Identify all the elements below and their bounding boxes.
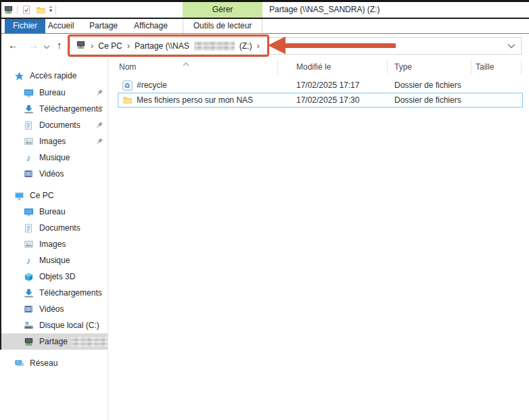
sidebar-item-partage-selected[interactable]: Partage (0, 333, 108, 350)
film-icon (23, 304, 34, 314)
pin-icon (96, 89, 104, 97)
sidebar-item-images[interactable]: Images (0, 133, 108, 149)
music-note-icon: ♪ (23, 255, 34, 266)
sidebar-section-ce-pc[interactable]: Ce PC (0, 187, 108, 204)
network-icon (14, 358, 24, 369)
properties-check-icon[interactable] (21, 5, 32, 16)
sidebar-item-videos[interactable]: Vidéos (0, 166, 108, 182)
download-icon (23, 103, 34, 114)
file-name[interactable]: Mes fichiers perso sur mon NAS (137, 93, 253, 108)
file-row-mes-fichiers[interactable]: Mes fichiers perso sur mon NAS 17/02/202… (108, 93, 529, 108)
title-bar: ▾ Gérer Partage (\\NAS_SANDRA) (Z:) (0, 2, 529, 18)
sidebar-item-pc-images[interactable]: Images (0, 236, 108, 252)
sidebar-item-musique[interactable]: ♪ Musique (0, 149, 108, 166)
hard-drive-icon (23, 320, 34, 331)
main-area: Accès rapide Bureau Téléchargements (0, 58, 529, 420)
up-icon[interactable]: ↑ (57, 34, 62, 58)
sidebar-item-objets-3d[interactable]: Objets 3D (0, 269, 108, 285)
sidebar-item-telechargements[interactable]: Téléchargements (0, 101, 108, 117)
quick-access-toolbar: ▾ (3, 2, 56, 18)
desktop-icon (23, 87, 34, 98)
ribbon-tab-row: Fichier Accueil Partage Affichage Outils… (0, 18, 529, 34)
column-header-taille[interactable]: Taille (476, 62, 494, 72)
column-resize-handle[interactable] (387, 60, 388, 74)
toolbar-dropdown-icon[interactable]: ▾ (49, 7, 52, 13)
picture-icon (23, 239, 34, 250)
file-row-recycle[interactable]: ♻ #recycle 17/02/2025 17:17 Dossier de f… (108, 78, 529, 93)
column-resize-handle[interactable] (277, 60, 278, 74)
toolbar-separator (55, 5, 56, 14)
column-header-type[interactable]: Type (394, 62, 412, 72)
new-folder-icon[interactable] (35, 5, 46, 16)
tab-outils-de-lecteur[interactable]: Outils de lecteur (183, 19, 262, 33)
sidebar-item-pc-bureau[interactable]: Bureau (0, 204, 108, 220)
computer-icon (14, 190, 24, 201)
window-title: Partage (\\NAS_SANDRA) (Z:) (269, 2, 380, 18)
picture-icon (23, 136, 34, 147)
document-icon (23, 120, 34, 131)
recent-locations-chevron-icon[interactable] (43, 43, 50, 49)
highlight-box-annotation (68, 34, 269, 57)
sidebar-item-disque-local-c[interactable]: Disque local (C:) (0, 317, 108, 333)
file-list: Nom Modifié le Type Taille ♻ #recycle 17… (108, 58, 529, 420)
tab-fichier[interactable]: Fichier (5, 19, 45, 33)
sidebar-item-bureau[interactable]: Bureau (0, 85, 108, 101)
file-type: Dossier de fichiers (394, 93, 461, 108)
pin-icon (96, 105, 104, 113)
column-header-modifie-le[interactable]: Modifié le (296, 62, 331, 72)
recycle-folder-icon: ♻ (122, 80, 133, 91)
tab-accueil[interactable]: Accueil (45, 19, 77, 33)
download-icon (23, 287, 34, 298)
desktop-icon (23, 206, 34, 217)
censored-share-name (71, 337, 108, 347)
document-icon (23, 223, 34, 233)
arrow-annotation-head (268, 37, 285, 54)
network-drive-icon (3, 5, 14, 16)
star-icon (14, 70, 24, 81)
cube-icon (23, 271, 34, 282)
column-resize-handle[interactable] (521, 60, 522, 74)
tab-affichage[interactable]: Affichage (129, 19, 173, 33)
sort-ascending-icon (183, 59, 189, 68)
explorer-window: ▾ Gérer Partage (\\NAS_SANDRA) (Z:) Fich… (0, 0, 529, 420)
film-icon (23, 168, 34, 179)
file-type: Dossier de fichiers (394, 78, 461, 93)
sidebar-section-reseau[interactable]: Réseau (0, 355, 108, 371)
address-row: ← → ↑ › Ce PC › Partage (\\NAS (Z:) › (0, 34, 529, 58)
address-dropdown-chevron-icon[interactable] (507, 41, 515, 51)
sidebar-item-documents[interactable]: Documents (0, 117, 108, 133)
pin-icon (96, 121, 104, 129)
sidebar-item-pc-documents[interactable]: Documents (0, 220, 108, 236)
column-resize-handle[interactable] (471, 60, 472, 74)
folder-icon (122, 95, 133, 106)
tab-partage[interactable]: Partage (84, 19, 123, 33)
back-icon[interactable]: ← (8, 34, 18, 58)
manage-contextual-header[interactable]: Gérer (183, 2, 262, 18)
sidebar-section-quick-access[interactable]: Accès rapide (0, 68, 108, 84)
column-header-nom[interactable]: Nom (119, 62, 136, 72)
file-modified: 17/02/2025 17:17 (296, 78, 359, 93)
sidebar-item-pc-telechargements[interactable]: Téléchargements (0, 285, 108, 301)
navigation-pane: Accès rapide Bureau Téléchargements (0, 58, 108, 420)
forward-icon[interactable]: → (28, 34, 39, 58)
network-drive-icon (23, 336, 34, 347)
sidebar-item-pc-musique[interactable]: ♪ Musique (0, 252, 108, 269)
sidebar-item-pc-videos[interactable]: Vidéos (0, 301, 108, 317)
pin-icon (96, 137, 104, 145)
file-modified: 17/02/2025 17:30 (296, 93, 359, 108)
arrow-annotation-tail (284, 43, 396, 48)
music-note-icon: ♪ (23, 152, 34, 163)
file-name[interactable]: #recycle (137, 78, 167, 93)
screenshot-left-border (0, 0, 1, 350)
toolbar-separator (17, 5, 18, 14)
